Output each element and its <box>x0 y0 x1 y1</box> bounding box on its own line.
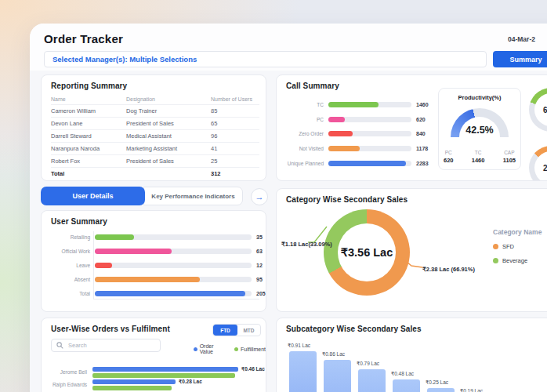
bar-value-label: ₹0.25 Lac <box>426 379 448 386</box>
fulfillment-swatch <box>234 347 238 351</box>
table-header-row: Name Designation Number of Users <box>51 94 259 104</box>
chart-category-label: Official Work <box>49 249 90 254</box>
toggle-ftd[interactable]: FTD <box>213 325 237 336</box>
table-row: Robert FoxPresident of Sales25 <box>51 154 259 167</box>
bar-fill <box>328 131 353 136</box>
order-value-swatch <box>194 347 197 351</box>
legend-item-sfd[interactable]: SFD <box>493 243 542 250</box>
bar-fill <box>95 277 200 282</box>
legend-item-beverage[interactable]: Beverage <box>493 257 542 264</box>
table-body: Cameron WilliamDog Trainer85Devon LanePr… <box>51 104 259 167</box>
table-cell: Naranpura Naroda <box>51 145 126 152</box>
period-toggle: FTD MTD <box>212 324 261 336</box>
bar-track <box>328 117 411 122</box>
bar-value-label: ₹0.86 Lac <box>322 351 345 358</box>
table-cell: Devon Lane <box>51 120 126 127</box>
beverage-swatch <box>493 258 498 263</box>
table-cell: President of Sales <box>126 120 211 127</box>
table-cell: Marketing Assistant <box>126 145 211 152</box>
category-sales-panel: Category Wise Secondary Sales ₹3.56 Lac … <box>276 188 547 312</box>
table-cell: President of Sales <box>126 158 211 165</box>
bar-track <box>95 263 252 268</box>
reporting-summary-title: Reporting Summary <box>51 82 266 90</box>
chart-row: Absent95 <box>49 272 266 286</box>
sfd-swatch <box>493 244 498 249</box>
chart-value-label: 95 <box>256 277 263 282</box>
manager-filter[interactable]: Selected Manager(s): Multiple Selections <box>44 51 487 67</box>
legend-item-order-value[interactable]: Order Value <box>194 343 226 354</box>
view-tabs: User Details Key Performance Indicators <box>41 187 243 205</box>
tab-user-details[interactable]: User Details <box>41 187 145 205</box>
chart-value-label: 1460 <box>416 102 429 107</box>
chart-value-label: 12 <box>256 263 263 268</box>
chart-category-label: Unique Planned <box>283 161 324 166</box>
ring-gauge-bottom: 27% <box>529 146 547 181</box>
bar-track <box>95 277 252 282</box>
productivity-card: Productivity(%) 42.5% PC 620 TC 1460 CAP… <box>438 88 521 170</box>
user-summary-panel: User Summary Retailing35Official Work63L… <box>41 210 266 312</box>
subcategory-bar <box>324 360 351 392</box>
user-label: Ralph Edwards <box>42 382 87 387</box>
table-cell: 41 <box>211 145 259 152</box>
bar-value-label: ₹0.48 Lac <box>391 371 414 377</box>
stat-value: 1460 <box>472 157 485 164</box>
chart-category-label: Leave <box>49 263 90 268</box>
ring-gauge-top: 64% <box>529 88 547 132</box>
manager-filter-label: Selected Manager(s): Multiple Selections <box>53 55 197 64</box>
total-value: 312 <box>211 170 259 177</box>
chart-value-label: 2283 <box>416 161 429 166</box>
subcategory-bar <box>358 369 386 392</box>
bar-value-label: ₹0.91 Lac <box>288 343 310 349</box>
chart-category-label: PC <box>283 117 324 122</box>
bar-value-label: ₹0.19 Lac <box>460 388 483 392</box>
bar-track <box>328 161 411 166</box>
productivity-stats: PC 620 TC 1460 CAP 1105 <box>444 150 516 164</box>
chart-row: Leave12 <box>49 258 266 272</box>
stat-label: CAP <box>503 150 516 155</box>
chart-category-label: Absent <box>49 277 90 282</box>
table-row: Naranpura NarodaMarketing Assistant41 <box>51 142 259 154</box>
chart-row: Retailing35 <box>49 230 266 244</box>
order-value-bar <box>92 367 238 372</box>
chart-category-label: Zero Order <box>283 131 324 136</box>
table-cell: Medical Assistant <box>126 132 211 140</box>
tab-key-performance-indicators[interactable]: Key Performance Indicators <box>143 187 243 205</box>
bar-fill <box>328 161 406 166</box>
order-value-bar <box>92 379 176 384</box>
report-date: 04-Mar-2 <box>508 35 535 43</box>
bar-fill <box>328 146 360 151</box>
table-cell: 96 <box>211 132 259 140</box>
table-cell: 85 <box>211 107 259 114</box>
search-box[interactable] <box>51 339 161 352</box>
chart-row: Official Work63 <box>49 244 266 258</box>
subcategory-bar <box>427 388 455 392</box>
stat-label: TC <box>472 150 485 155</box>
summary-button[interactable]: Summary <box>493 51 547 67</box>
bar-value-label: ₹0.46 Lac <box>241 366 265 372</box>
user-summary-chart: Retailing35Official Work63Leave12Absent9… <box>49 230 263 300</box>
col-users: Number of Users <box>211 96 259 102</box>
bar-fill <box>328 102 379 107</box>
ring-gauge-value: 64% <box>543 106 547 114</box>
table-row: Darrell StewardMedical Assistant96 <box>51 129 259 142</box>
bar-fill <box>95 234 134 240</box>
user-label: Jerome Bell <box>42 369 87 375</box>
table-cell: Darrell Steward <box>51 132 126 140</box>
search-input[interactable] <box>67 341 156 350</box>
table-cell: Dog Trainer <box>126 107 211 114</box>
subcategory-sales-panel: Subcategory Wise Secondary Sales ₹0.91 L… <box>276 318 547 392</box>
toggle-mtd[interactable]: MTD <box>237 325 260 336</box>
bar-track <box>95 234 252 240</box>
search-icon <box>56 342 63 349</box>
productivity-title: Productivity(%) <box>439 94 520 101</box>
category-donut-chart: ₹3.56 Lac <box>324 209 410 296</box>
page-background: { "header": { "title": "Order Tracker", … <box>0 0 547 392</box>
productivity-value: 42.5% <box>439 125 520 136</box>
category-sales-title: Category Wise Secondary Sales <box>286 195 547 204</box>
arrow-right-icon: → <box>255 192 264 201</box>
chart-category-label: TC <box>283 102 324 107</box>
legend-item-fulfillment[interactable]: Fulfillment <box>234 343 266 354</box>
chart-row: Total205 <box>49 286 266 300</box>
arrow-right-button[interactable]: → <box>251 188 268 205</box>
dashboard-card: Order Tracker 04-Mar-2 Selected Manager(… <box>30 24 547 392</box>
